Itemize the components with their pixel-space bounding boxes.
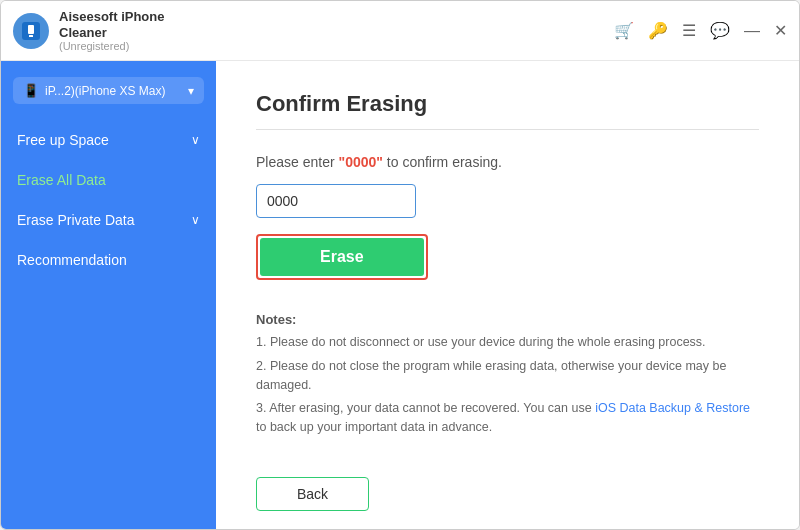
page-title: Confirm Erasing xyxy=(256,91,759,130)
sidebar-item-erase-all-data[interactable]: Erase All Data xyxy=(1,160,216,200)
svg-rect-1 xyxy=(28,25,34,34)
instruction-suffix: to confirm erasing. xyxy=(383,154,502,170)
device-selector-label: iP...2)(iPhone XS Max) xyxy=(45,84,182,98)
sidebar-item-label: Erase All Data xyxy=(17,172,106,188)
device-selector[interactable]: 📱 iP...2)(iPhone XS Max) ▾ xyxy=(13,77,204,104)
title-bar-controls: 🛒 🔑 ☰ 💬 — ✕ xyxy=(614,21,787,40)
back-button[interactable]: Back xyxy=(256,477,369,511)
title-bar-left: Aiseesoft iPhone Cleaner (Unregistered) xyxy=(13,9,164,52)
app-name-line2: Cleaner xyxy=(59,25,164,41)
chat-icon[interactable]: 💬 xyxy=(710,21,730,40)
phone-icon: 📱 xyxy=(23,83,39,98)
note-2: 2. Please do not close the program while… xyxy=(256,357,759,395)
sidebar-item-label: Free up Space xyxy=(17,132,109,148)
note-1: 1. Please do not disconnect or use your … xyxy=(256,333,759,352)
sidebar-item-free-up-space[interactable]: Free up Space ∨ xyxy=(1,120,216,160)
note-3: 3. After erasing, your data cannot be re… xyxy=(256,399,759,437)
sidebar-item-recommendation[interactable]: Recommendation xyxy=(1,240,216,280)
key-icon[interactable]: 🔑 xyxy=(648,21,668,40)
erase-button-wrapper: Erase xyxy=(256,234,428,280)
sidebar: 📱 iP...2)(iPhone XS Max) ▾ Free up Space… xyxy=(1,61,216,529)
erase-button[interactable]: Erase xyxy=(260,238,424,276)
sidebar-item-label: Erase Private Data xyxy=(17,212,135,228)
main-layout: 📱 iP...2)(iPhone XS Max) ▾ Free up Space… xyxy=(1,61,799,529)
app-title-block: Aiseesoft iPhone Cleaner (Unregistered) xyxy=(59,9,164,52)
back-button-wrapper: Back xyxy=(256,477,759,511)
notes-title: Notes: xyxy=(256,312,759,327)
note-3-prefix: 3. After erasing, your data cannot be re… xyxy=(256,401,595,415)
app-logo xyxy=(13,13,49,49)
instruction-prefix: Please enter xyxy=(256,154,339,170)
sidebar-chevron-icon: ∨ xyxy=(191,133,200,147)
sidebar-item-erase-private-data[interactable]: Erase Private Data ∨ xyxy=(1,200,216,240)
content-area: Confirm Erasing Please enter "0000" to c… xyxy=(216,61,799,529)
device-chevron-icon: ▾ xyxy=(188,84,194,98)
confirm-code-input[interactable] xyxy=(256,184,416,218)
cart-icon[interactable]: 🛒 xyxy=(614,21,634,40)
app-window: Aiseesoft iPhone Cleaner (Unregistered) … xyxy=(0,0,800,530)
confirm-code: "0000" xyxy=(339,154,383,170)
sidebar-item-label: Recommendation xyxy=(17,252,127,268)
title-bar: Aiseesoft iPhone Cleaner (Unregistered) … xyxy=(1,1,799,61)
notes-section: Notes: 1. Please do not disconnect or us… xyxy=(256,312,759,437)
app-name-line1: Aiseesoft iPhone xyxy=(59,9,164,25)
confirm-instruction: Please enter "0000" to confirm erasing. xyxy=(256,154,759,170)
app-status: (Unregistered) xyxy=(59,40,164,52)
svg-rect-2 xyxy=(29,35,33,37)
close-icon[interactable]: ✕ xyxy=(774,21,787,40)
menu-icon[interactable]: ☰ xyxy=(682,21,696,40)
minimize-icon[interactable]: — xyxy=(744,22,760,40)
sidebar-chevron-icon: ∨ xyxy=(191,213,200,227)
note-3-suffix: to back up your important data in advanc… xyxy=(256,420,492,434)
ios-backup-link[interactable]: iOS Data Backup & Restore xyxy=(595,401,750,415)
